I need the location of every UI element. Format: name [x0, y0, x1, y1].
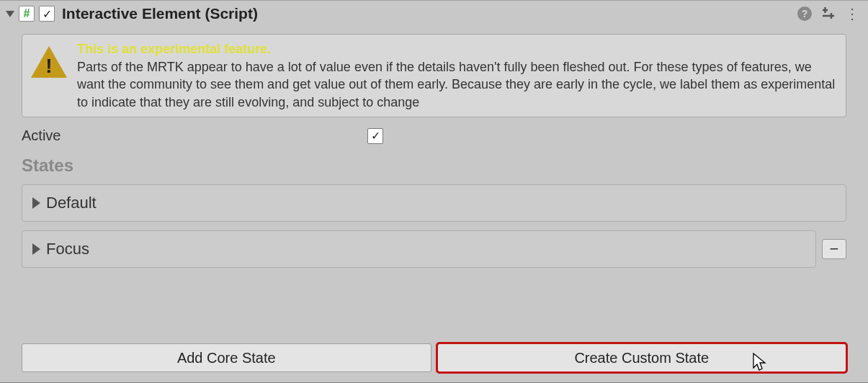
warning-body: Parts of the MRTK appear to have a lot o…	[77, 58, 837, 111]
create-custom-state-button[interactable]: Create Custom State	[437, 343, 847, 372]
warning-title: This is an experimental feature.	[77, 40, 837, 58]
state-buttons-row: Add Core State Create Custom State	[22, 343, 846, 372]
remove-state-button[interactable]: −	[822, 239, 846, 259]
active-label: Active	[22, 127, 367, 144]
component-title: Interactive Element (Script)	[62, 5, 797, 22]
state-item-default[interactable]: Default	[22, 184, 846, 222]
state-label: Default	[46, 194, 97, 212]
header-icons: ? ⋮	[797, 6, 862, 21]
component-body: ! This is an experimental feature. Parts…	[0, 27, 868, 382]
context-menu-icon[interactable]: ⋮	[845, 6, 859, 21]
warning-icon: !	[31, 46, 67, 79]
component-panel: # ✓ Interactive Element (Script) ? ⋮ ! T…	[0, 0, 868, 383]
states-section-title: States	[22, 156, 846, 176]
state-item-default-wrap: Default	[22, 184, 846, 222]
active-field-row: Active ✓	[22, 125, 846, 151]
foldout-toggle-icon[interactable]	[6, 11, 14, 17]
preset-icon[interactable]	[822, 7, 835, 21]
chevron-right-icon	[32, 243, 40, 255]
script-icon: #	[19, 6, 35, 22]
state-item-focus[interactable]: Focus	[22, 230, 816, 268]
component-header[interactable]: # ✓ Interactive Element (Script) ? ⋮	[0, 1, 868, 27]
experimental-warning-box: ! This is an experimental feature. Parts…	[22, 34, 846, 117]
state-item-focus-wrap: Focus −	[22, 230, 846, 268]
state-label: Focus	[46, 240, 89, 258]
enable-checkbox[interactable]: ✓	[39, 6, 55, 22]
chevron-right-icon	[32, 197, 40, 209]
add-core-state-button[interactable]: Add Core State	[22, 343, 431, 372]
warning-text: This is an experimental feature. Parts o…	[77, 40, 837, 111]
active-checkbox[interactable]: ✓	[367, 128, 383, 144]
help-icon[interactable]: ?	[797, 6, 812, 21]
